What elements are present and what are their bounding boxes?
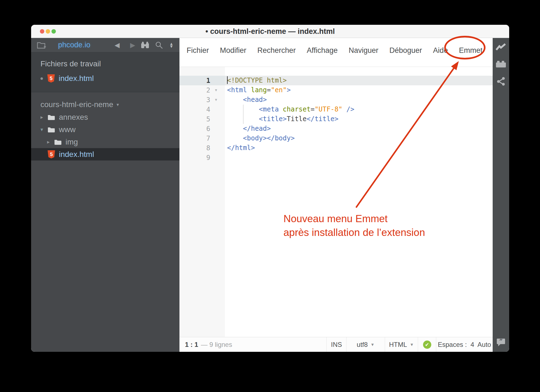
expand-arrow-icon[interactable]: ▸ bbox=[47, 139, 54, 145]
line-number[interactable]: 8 bbox=[179, 144, 210, 152]
working-file-index.html[interactable]: 5index.html bbox=[31, 72, 179, 85]
tree-item-img[interactable]: ▸img bbox=[31, 136, 179, 148]
fold-marker-icon[interactable]: ▼ bbox=[210, 88, 222, 92]
code-token: "UTF-8" bbox=[315, 105, 342, 113]
extension-manager-icon[interactable] bbox=[496, 59, 506, 69]
code-token: Title bbox=[287, 115, 307, 123]
right-toolbar-bottom: ” bbox=[493, 337, 509, 347]
code-token: <title> bbox=[259, 115, 287, 123]
line-number[interactable]: 7 bbox=[179, 135, 210, 142]
chevron-down-icon: ▼ bbox=[410, 342, 414, 347]
sidebar: phcode.io ◀ ▶ ▲▼ Fichiers de travail 5in… bbox=[31, 38, 179, 352]
line-number[interactable]: 1 bbox=[179, 77, 210, 85]
menu-item-modifier[interactable]: Modifier bbox=[220, 46, 246, 55]
working-files-list: 5index.html bbox=[31, 72, 179, 85]
forward-arrow-icon[interactable]: ▶ bbox=[130, 42, 135, 48]
code-token: = bbox=[267, 86, 271, 94]
cursor-position-info[interactable]: 1 : 1 — 9 lignes bbox=[179, 341, 326, 349]
project-header[interactable]: cours-html-eric-neme ▾ bbox=[31, 98, 179, 111]
html5-file-icon: 5 bbox=[48, 150, 55, 159]
code-token bbox=[227, 96, 243, 104]
share-icon[interactable] bbox=[496, 76, 506, 86]
sidebar-toolbar: phcode.io ◀ ▶ ▲▼ bbox=[31, 38, 179, 52]
tree-item-label: annexes bbox=[59, 113, 88, 122]
find-in-files-icon[interactable] bbox=[141, 42, 149, 49]
right-toolbar-icons bbox=[493, 38, 509, 86]
annotation-line-2: après installation de l’extension bbox=[283, 226, 425, 239]
line-number[interactable]: 2 bbox=[179, 86, 210, 94]
code-token bbox=[227, 115, 259, 123]
gutter-cell: 1 bbox=[179, 76, 225, 85]
expand-arrow-icon[interactable]: ▸ bbox=[40, 114, 48, 120]
gutter-cell: 5 bbox=[179, 114, 225, 124]
line-number[interactable]: 5 bbox=[179, 115, 210, 123]
line-number[interactable]: 6 bbox=[179, 125, 210, 133]
code-token: charset bbox=[283, 105, 310, 113]
code-token: <!DOCTYPE html> bbox=[227, 77, 287, 84]
project-switcher[interactable]: phcode.io bbox=[49, 41, 100, 49]
project-name: cours-html-eric-neme bbox=[40, 100, 113, 109]
fold-marker-icon[interactable]: ▼ bbox=[210, 98, 222, 102]
code-token: </head> bbox=[243, 125, 271, 132]
line-count: — 9 lignes bbox=[201, 341, 232, 349]
working-files-section: Fichiers de travail 5index.html bbox=[31, 52, 179, 92]
code-token: <body></body> bbox=[243, 134, 295, 142]
sort-icon[interactable]: ▲▼ bbox=[169, 42, 173, 48]
gutter-cell: 7 bbox=[179, 134, 225, 143]
code-token: <meta bbox=[259, 105, 283, 113]
menu-item-affichage[interactable]: Affichage bbox=[307, 46, 338, 55]
language-selector[interactable]: HTML ▼ bbox=[385, 337, 418, 352]
indent-info-label: Espaces : 4 Auto bbox=[438, 341, 491, 349]
tree-item-label: index.html bbox=[59, 150, 94, 159]
code-token: </title> bbox=[307, 115, 339, 123]
folder-icon bbox=[48, 127, 55, 132]
insert-mode-indicator[interactable]: INS bbox=[326, 337, 346, 352]
gutter-cell: 6 bbox=[179, 124, 225, 134]
line-number[interactable]: 4 bbox=[179, 106, 210, 113]
feedback-quote-icon[interactable]: ” bbox=[496, 337, 506, 347]
folder-icon bbox=[48, 114, 55, 120]
line-number[interactable]: 3 bbox=[179, 96, 210, 104]
chevron-down-icon: ▾ bbox=[117, 102, 119, 108]
lint-status[interactable]: ✔ bbox=[418, 337, 436, 352]
title-bar: • cours-html-eric-neme — index.html bbox=[31, 25, 509, 38]
tree-item-label: img bbox=[66, 138, 78, 146]
code-token: <html bbox=[227, 86, 251, 94]
menu-item-fichier[interactable]: Fichier bbox=[187, 46, 209, 55]
tree-item-annexes[interactable]: ▸annexes bbox=[31, 111, 179, 123]
search-icon[interactable] bbox=[155, 41, 163, 49]
line-number[interactable]: 9 bbox=[179, 154, 210, 162]
file-label: index.html bbox=[59, 74, 94, 83]
tree-item-www[interactable]: ▾www bbox=[31, 123, 179, 136]
expand-arrow-icon[interactable]: ▾ bbox=[40, 126, 48, 133]
menu-item-naviguer[interactable]: Naviguer bbox=[349, 46, 378, 55]
annotation-arrow bbox=[344, 55, 468, 215]
gutter-cell: 4 bbox=[179, 105, 225, 114]
working-files-title: Fichiers de travail bbox=[31, 57, 179, 72]
right-toolbar: ” bbox=[493, 38, 509, 352]
insert-mode-label: INS bbox=[331, 341, 342, 349]
menu-item-déboguer[interactable]: Déboguer bbox=[389, 46, 422, 55]
gutter-cell: 9 bbox=[179, 153, 225, 162]
tree-item-label: www bbox=[59, 125, 76, 134]
tree-item-index.html[interactable]: 5index.html bbox=[31, 148, 179, 160]
html5-file-icon: 5 bbox=[47, 74, 55, 83]
status-bar: 1 : 1 — 9 lignes INS utf8 ▼ HTML ▼ bbox=[179, 337, 493, 352]
indent-settings[interactable]: Espaces : 4 Auto bbox=[436, 337, 493, 352]
code-token: <head> bbox=[243, 96, 267, 104]
code-token bbox=[227, 134, 243, 142]
new-folder-icon[interactable] bbox=[37, 41, 47, 50]
code-token: = bbox=[310, 105, 314, 113]
code-token: lang bbox=[251, 86, 267, 94]
screenshot-stage: • cours-html-eric-neme — index.html phco… bbox=[0, 0, 540, 392]
code-token: > bbox=[287, 86, 291, 94]
lint-ok-icon: ✔ bbox=[423, 341, 431, 349]
encoding-selector[interactable]: utf8 ▼ bbox=[346, 337, 385, 352]
code-token bbox=[227, 105, 259, 113]
svg-text:”: ” bbox=[499, 337, 503, 345]
back-arrow-icon[interactable]: ◀ bbox=[114, 42, 119, 48]
project-section: cours-html-eric-neme ▾ ▸annexes▾www▸img5… bbox=[31, 92, 179, 160]
chevron-down-icon: ▼ bbox=[370, 342, 375, 347]
live-preview-icon[interactable] bbox=[496, 42, 506, 52]
menu-item-rechercher[interactable]: Rechercher bbox=[257, 46, 296, 55]
